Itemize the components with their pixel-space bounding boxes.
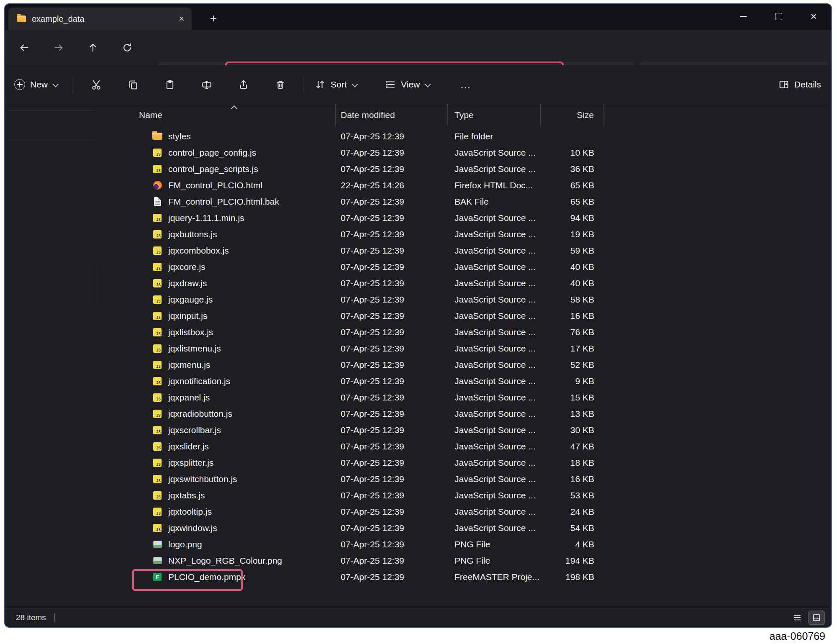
file-row[interactable]: styles 07-Apr-25 12:39 File folder xyxy=(131,128,603,144)
file-row[interactable]: jquery-1.11.1.min.js 07-Apr-25 12:39 Jav… xyxy=(131,210,603,226)
file-row[interactable]: jqxcore.js 07-Apr-25 12:39 JavaScript So… xyxy=(131,259,603,275)
file-row[interactable]: jqxlistbox.js 07-Apr-25 12:39 JavaScript… xyxy=(131,324,603,340)
view-button[interactable]: View xyxy=(385,65,429,104)
file-row[interactable]: jqxpanel.js 07-Apr-25 12:39 JavaScript S… xyxy=(131,389,603,405)
file-name-cell: jqxslider.js xyxy=(131,441,336,452)
file-size: 53 KB xyxy=(541,490,603,500)
file-row[interactable]: jqxsplitter.js 07-Apr-25 12:39 JavaScrip… xyxy=(131,454,603,471)
file-date: 22-Apr-25 14:26 xyxy=(336,180,448,190)
file-row[interactable]: jqxtabs.js 07-Apr-25 12:39 JavaScript So… xyxy=(131,487,603,503)
file-name-cell: jqxbuttons.js xyxy=(131,229,336,239)
file-icon xyxy=(153,508,162,516)
nav-pane-scrollbar[interactable] xyxy=(97,264,97,308)
details-view-button[interactable] xyxy=(789,611,805,624)
details-pane-button[interactable]: Details xyxy=(778,65,821,104)
minimize-icon xyxy=(740,16,747,17)
maximize-button[interactable] xyxy=(761,4,796,28)
refresh-button[interactable] xyxy=(116,36,139,59)
file-name: jquery-1.11.1.min.js xyxy=(168,213,244,223)
tab-close-icon[interactable]: × xyxy=(179,14,184,23)
file-date: 07-Apr-25 12:39 xyxy=(336,490,448,500)
tab-strip: example_data × + × xyxy=(5,4,831,30)
file-icon xyxy=(153,573,162,581)
up-button[interactable] xyxy=(81,36,105,59)
file-date: 07-Apr-25 12:39 xyxy=(336,246,448,256)
file-name-cell: FM_control_PLCIO.html.bak xyxy=(131,197,336,207)
file-row[interactable]: jqxnotification.js 07-Apr-25 12:39 JavaS… xyxy=(131,373,603,389)
file-date: 07-Apr-25 12:39 xyxy=(336,441,448,452)
file-type: BAK File xyxy=(448,197,541,207)
file-type: JavaScript Source ... xyxy=(448,425,541,435)
cut-button[interactable] xyxy=(78,79,115,90)
file-size: 36 KB xyxy=(541,164,603,174)
file-row[interactable]: jqxswitchbutton.js 07-Apr-25 12:39 JavaS… xyxy=(131,471,603,487)
file-size: 47 KB xyxy=(541,441,603,452)
copy-button[interactable] xyxy=(115,79,151,90)
file-row[interactable]: logo.png 07-Apr-25 12:39 PNG File 4 KB xyxy=(131,536,603,552)
file-row[interactable]: FM_control_PLCIO.html 22-Apr-25 14:26 Fi… xyxy=(131,177,603,193)
file-type: File folder xyxy=(448,131,541,141)
file-row[interactable]: jqxcombobox.js 07-Apr-25 12:39 JavaScrip… xyxy=(131,242,603,259)
file-row[interactable]: control_page_scripts.js 07-Apr-25 12:39 … xyxy=(131,161,603,177)
large-icons-view-button[interactable] xyxy=(809,611,824,624)
file-type: JavaScript Source ... xyxy=(448,507,541,517)
file-date: 07-Apr-25 12:39 xyxy=(336,148,448,158)
file-row[interactable]: jqxradiobutton.js 07-Apr-25 12:39 JavaSc… xyxy=(131,405,603,422)
file-row[interactable]: jqxwindow.js 07-Apr-25 12:39 JavaScript … xyxy=(131,520,603,536)
file-icon xyxy=(154,197,161,206)
file-icon xyxy=(153,426,162,434)
file-name-cell: control_page_scripts.js xyxy=(131,164,336,174)
file-row[interactable]: jqxtooltip.js 07-Apr-25 12:39 JavaScript… xyxy=(131,503,603,520)
new-tab-button[interactable]: + xyxy=(204,9,223,28)
file-type: JavaScript Source ... xyxy=(448,490,541,500)
file-icon xyxy=(153,246,162,255)
figure-caption: aaa-060769 xyxy=(770,630,825,642)
share-button[interactable] xyxy=(225,79,262,90)
file-type: Firefox HTML Doc... xyxy=(448,180,541,190)
column-label: Date modified xyxy=(341,110,395,120)
tab-example-data[interactable]: example_data × xyxy=(8,8,192,30)
sort-button[interactable]: Sort xyxy=(315,65,357,104)
file-icon xyxy=(153,344,162,353)
delete-button[interactable] xyxy=(262,79,299,90)
file-row[interactable]: FM_control_PLCIO.html.bak 07-Apr-25 12:3… xyxy=(131,193,603,210)
file-row[interactable]: jqxbuttons.js 07-Apr-25 12:39 JavaScript… xyxy=(131,226,603,242)
file-row[interactable]: jqxgauge.js 07-Apr-25 12:39 JavaScript S… xyxy=(131,291,603,308)
file-row[interactable]: jqxinput.js 07-Apr-25 12:39 JavaScript S… xyxy=(131,308,603,324)
file-name-cell: jqxsplitter.js xyxy=(131,458,336,468)
file-type: JavaScript Source ... xyxy=(448,278,541,288)
new-button[interactable]: New xyxy=(14,65,57,104)
file-type: JavaScript Source ... xyxy=(448,295,541,305)
file-type: JavaScript Source ... xyxy=(448,523,541,533)
column-header-size[interactable]: Size xyxy=(541,104,603,126)
column-header-date-modified[interactable]: Date modified xyxy=(336,104,448,126)
file-row[interactable]: jqxlistmenu.js 07-Apr-25 12:39 JavaScrip… xyxy=(131,340,603,357)
column-header-type[interactable]: Type xyxy=(448,104,541,126)
file-row[interactable]: NXP_Logo_RGB_Colour.png 07-Apr-25 12:39 … xyxy=(131,552,603,569)
file-name: FM_control_PLCIO.html xyxy=(168,180,262,190)
file-date: 07-Apr-25 12:39 xyxy=(336,425,448,435)
file-row[interactable]: jqxmenu.js 07-Apr-25 12:39 JavaScript So… xyxy=(131,357,603,373)
file-icon xyxy=(153,410,162,418)
file-date: 07-Apr-25 12:39 xyxy=(336,327,448,337)
see-more-button[interactable]: … xyxy=(454,65,477,104)
file-name: jqxcore.js xyxy=(168,262,205,272)
file-row[interactable]: jqxslider.js 07-Apr-25 12:39 JavaScript … xyxy=(131,438,603,454)
forward-button[interactable] xyxy=(47,36,70,59)
column-header-name[interactable]: Name xyxy=(131,104,336,126)
file-type: JavaScript Source ... xyxy=(448,409,541,419)
file-icon xyxy=(152,133,162,140)
file-icon xyxy=(153,165,162,173)
close-button[interactable]: × xyxy=(796,4,831,28)
file-row[interactable]: jqxscrollbar.js 07-Apr-25 12:39 JavaScri… xyxy=(131,422,603,438)
minimize-button[interactable] xyxy=(726,4,761,28)
file-size: 30 KB xyxy=(541,425,603,435)
file-row[interactable]: PLCIO_demo.pmpx 07-Apr-25 12:39 FreeMAST… xyxy=(131,569,603,585)
view-label: View xyxy=(401,80,420,90)
paste-button[interactable] xyxy=(151,79,188,90)
rename-button[interactable] xyxy=(188,79,225,90)
file-row[interactable]: jqxdraw.js 07-Apr-25 12:39 JavaScript So… xyxy=(131,275,603,291)
forward-icon xyxy=(53,42,64,53)
file-row[interactable]: control_page_config.js 07-Apr-25 12:39 J… xyxy=(131,144,603,161)
back-button[interactable] xyxy=(13,36,36,59)
